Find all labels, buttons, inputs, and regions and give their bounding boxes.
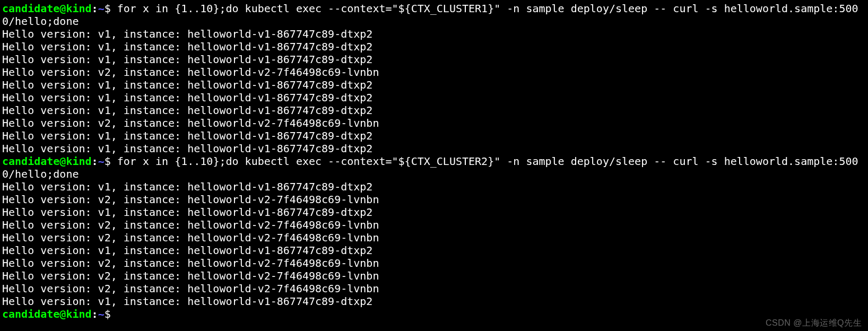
prompt-dollar: $ bbox=[105, 308, 117, 320]
prompt-user: candidate@kind bbox=[2, 2, 92, 15]
output-line: Hello version: v1, instance: helloworld-… bbox=[2, 53, 372, 66]
output-line: Hello version: v1, instance: helloworld-… bbox=[2, 244, 372, 257]
prompt-colon: : bbox=[92, 155, 98, 168]
output-line: Hello version: v2, instance: helloworld-… bbox=[2, 219, 379, 231]
output-line: Hello version: v1, instance: helloworld-… bbox=[2, 129, 372, 142]
output-line: Hello version: v1, instance: helloworld-… bbox=[2, 180, 372, 193]
prompt-dollar: $ bbox=[105, 2, 117, 15]
prompt-user: candidate@kind bbox=[2, 308, 92, 320]
output-line: Hello version: v2, instance: helloworld-… bbox=[2, 257, 379, 269]
output-line: Hello version: v1, instance: helloworld-… bbox=[2, 295, 372, 308]
output-line: Hello version: v1, instance: helloworld-… bbox=[2, 142, 372, 155]
prompt-colon: : bbox=[92, 2, 98, 15]
output-line: Hello version: v1, instance: helloworld-… bbox=[2, 104, 372, 117]
prompt-colon: : bbox=[92, 308, 98, 320]
output-line: Hello version: v2, instance: helloworld-… bbox=[2, 269, 379, 282]
output-line: Hello version: v1, instance: helloworld-… bbox=[2, 79, 372, 91]
output-line: Hello version: v1, instance: helloworld-… bbox=[2, 40, 372, 53]
output-line: Hello version: v1, instance: helloworld-… bbox=[2, 206, 372, 219]
prompt-user: candidate@kind bbox=[2, 155, 92, 168]
prompt-path: ~ bbox=[98, 155, 105, 168]
output-line: Hello version: v2, instance: helloworld-… bbox=[2, 231, 379, 244]
output-line: Hello version: v1, instance: helloworld-… bbox=[2, 91, 372, 104]
prompt-dollar: $ bbox=[105, 155, 117, 168]
prompt-path: ~ bbox=[98, 2, 105, 15]
command-text: for x in {1..10};do kubectl exec --conte… bbox=[2, 155, 858, 180]
output-line: Hello version: v2, instance: helloworld-… bbox=[2, 282, 379, 295]
output-line: Hello version: v2, instance: helloworld-… bbox=[2, 66, 379, 79]
output-line: Hello version: v2, instance: helloworld-… bbox=[2, 117, 379, 129]
prompt-path: ~ bbox=[98, 308, 105, 320]
watermark-text: CSDN @上海运维Q先生 bbox=[766, 318, 862, 329]
output-line: Hello version: v1, instance: helloworld-… bbox=[2, 28, 372, 40]
output-line: Hello version: v2, instance: helloworld-… bbox=[2, 193, 379, 206]
command-text: for x in {1..10};do kubectl exec --conte… bbox=[2, 2, 858, 28]
terminal[interactable]: candidate@kind:~$ for x in {1..10};do ku… bbox=[0, 0, 868, 331]
